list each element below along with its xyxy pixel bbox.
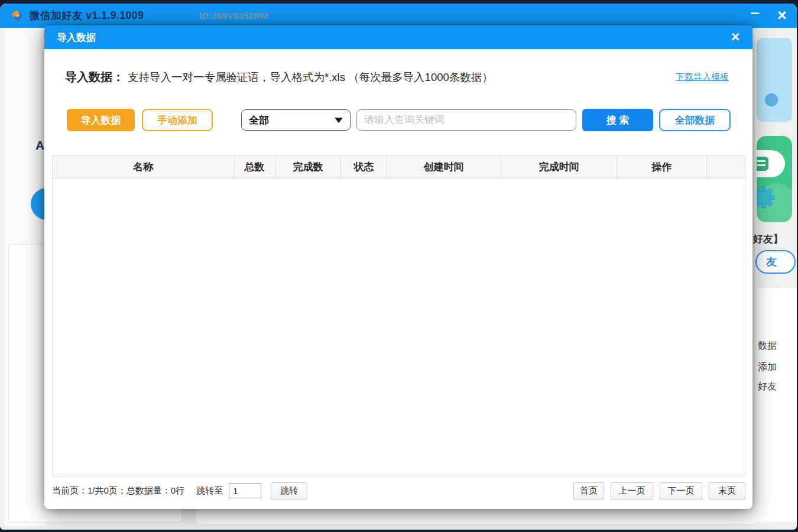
column-header-name: 名称 — [53, 156, 234, 178]
column-header-actions: 操作 — [617, 156, 706, 178]
next-page-button[interactable]: 下一页 — [660, 482, 702, 499]
import-data-button[interactable]: 导入数据 — [67, 109, 135, 131]
data-table: 名称 总数 完成数 状态 创建时间 完成时间 操作 — [52, 155, 745, 476]
filter-dropdown-value: 全部 — [249, 113, 269, 127]
dialog-description: 导入数据： 支持导入一对一专属验证语，导入格式为*.xls （每次最多导入100… — [65, 69, 729, 85]
right-friend-label: 好友】 — [753, 232, 783, 246]
right-card-green[interactable] — [757, 136, 792, 222]
first-page-button[interactable]: 首页 — [573, 482, 604, 499]
background-letter: A — [35, 138, 44, 153]
manual-add-button[interactable]: 手动添加 — [142, 109, 213, 131]
menu-item-fragment: 好友 — [758, 381, 777, 393]
menu-item-fragment: 数据 — [758, 340, 777, 352]
all-data-button[interactable]: 全部数据 — [659, 109, 731, 131]
menu-item-fragment: 添加 — [758, 361, 777, 374]
column-header-total: 总数 — [234, 156, 275, 178]
download-template-link[interactable]: 下载导入模板 — [676, 72, 729, 83]
column-header-finished-time: 完成时间 — [501, 156, 618, 178]
right-card-blue[interactable] — [757, 38, 792, 122]
window-close-button[interactable]: × — [771, 5, 793, 26]
chat-icon — [757, 157, 768, 171]
minimize-button[interactable]: – — [745, 5, 765, 26]
column-header-empty — [707, 156, 745, 178]
gear-icon — [757, 186, 776, 209]
filter-dropdown[interactable]: 全部 — [241, 109, 351, 131]
dialog-title: 导入数据 — [57, 25, 96, 49]
blue-dot-icon — [765, 93, 778, 106]
app-logo-icon — [11, 9, 24, 22]
pagination-summary: 当前页：1/共0页；总数据量：0行 — [52, 485, 184, 497]
dialog-close-button[interactable]: × — [723, 25, 748, 49]
table-header-row: 名称 总数 完成数 状态 创建时间 完成时间 操作 — [53, 156, 745, 179]
column-header-created-time: 创建时间 — [387, 156, 501, 178]
description-text: 支持导入一对一专属验证语，导入格式为*.xls （每次最多导入1000条数据） — [128, 70, 493, 85]
prev-page-button[interactable]: 上一页 — [611, 482, 653, 499]
chevron-down-icon — [335, 118, 343, 123]
description-label: 导入数据： — [65, 69, 124, 85]
app-title: 微信加好友 v1.1.9.1009 — [30, 4, 144, 28]
jump-button[interactable]: 跳转 — [271, 482, 307, 499]
search-button[interactable]: 搜 索 — [582, 109, 653, 131]
import-data-dialog: 导入数据 × 导入数据： 支持导入一对一专属验证语，导入格式为*.xls （每次… — [44, 25, 752, 509]
minimize-icon: – — [750, 4, 760, 22]
close-icon: × — [777, 7, 787, 25]
friend-pill-button[interactable]: 友 — [755, 250, 796, 274]
pagination-bar: 当前页：1/共0页；总数据量：0行 跳转至 跳转 首页 上一页 下一页 末页 — [52, 481, 745, 500]
column-header-status: 状态 — [341, 156, 387, 178]
last-page-button[interactable]: 末页 — [709, 482, 745, 499]
jump-page-input[interactable] — [229, 483, 261, 498]
app-window: A 好友 — [0, 4, 797, 530]
titlebar: 微信加好友 v1.1.9.1009 ID:Z69V6352RM – × — [0, 4, 797, 28]
column-header-completed: 完成数 — [275, 156, 341, 178]
jump-to-label: 跳转至 — [196, 485, 223, 497]
desktop: { "titlebar": { "title": "微信加好友 v1.1.9.1… — [0, 0, 798, 532]
app-id-label: ID:Z69V6352RM — [199, 4, 268, 28]
dialog-header: 导入数据 × — [44, 25, 752, 49]
right-menu-panel: 数据 添加 好友 — [755, 288, 797, 522]
chat-pill — [757, 150, 785, 177]
search-input[interactable] — [356, 109, 576, 131]
